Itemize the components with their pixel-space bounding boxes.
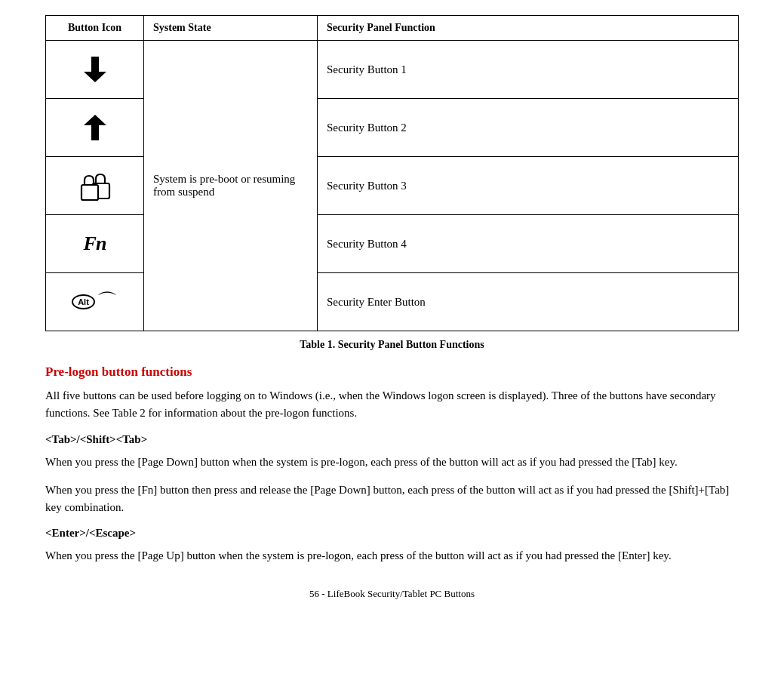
svg-rect-0 — [91, 57, 99, 72]
icon-cell-1 — [46, 41, 144, 99]
function-cell-2: Security Button 2 — [318, 99, 739, 157]
security-panel-table: Button Icon System State Security Panel … — [45, 15, 739, 331]
sub-heading-enter: <Enter>/<Escape> — [45, 527, 739, 540]
arrow-down-icon — [55, 47, 134, 92]
svg-rect-5 — [81, 185, 98, 200]
table-row: System is pre-boot or resuming from susp… — [46, 41, 739, 99]
fn-icon: Fn — [55, 221, 134, 266]
sub-para-enter-1: When you press the [Page Up] button when… — [45, 547, 739, 565]
icon-cell-3 — [46, 157, 144, 215]
function-cell-5: Security Enter Button — [318, 273, 739, 331]
icon-cell-4: Fn — [46, 215, 144, 273]
lock-icon — [55, 163, 134, 208]
col-header-icon: Button Icon — [46, 16, 144, 41]
alt-icon: Alt ⌒ — [55, 279, 134, 325]
svg-marker-1 — [84, 72, 106, 82]
svg-marker-2 — [84, 115, 106, 125]
sub-para-tab-2: When you press the [Fn] button then pres… — [45, 481, 739, 517]
function-cell-1: Security Button 1 — [318, 41, 739, 99]
table-caption: Table 1. Security Panel Button Functions — [45, 339, 739, 351]
col-header-function: Security Panel Function — [318, 16, 739, 41]
arrow-up-icon — [55, 105, 134, 150]
section-paragraph-1: All five buttons can be used before logg… — [45, 387, 739, 423]
section-heading-prelogon: Pre-logon button functions — [45, 365, 739, 380]
svg-rect-3 — [91, 125, 99, 140]
system-state-cell: System is pre-boot or resuming from susp… — [144, 41, 318, 331]
icon-cell-5: Alt ⌒ — [46, 273, 144, 331]
function-cell-4: Security Button 4 — [318, 215, 739, 273]
sub-heading-tab: <Tab>/<Shift><Tab> — [45, 433, 739, 446]
icon-cell-2 — [46, 99, 144, 157]
sub-para-tab-1: When you press the [Page Down] button wh… — [45, 454, 739, 471]
function-cell-3: Security Button 3 — [318, 157, 739, 215]
col-header-state: System State — [144, 16, 318, 41]
page-footer: 56 - LifeBook Security/Tablet PC Buttons — [45, 588, 739, 600]
